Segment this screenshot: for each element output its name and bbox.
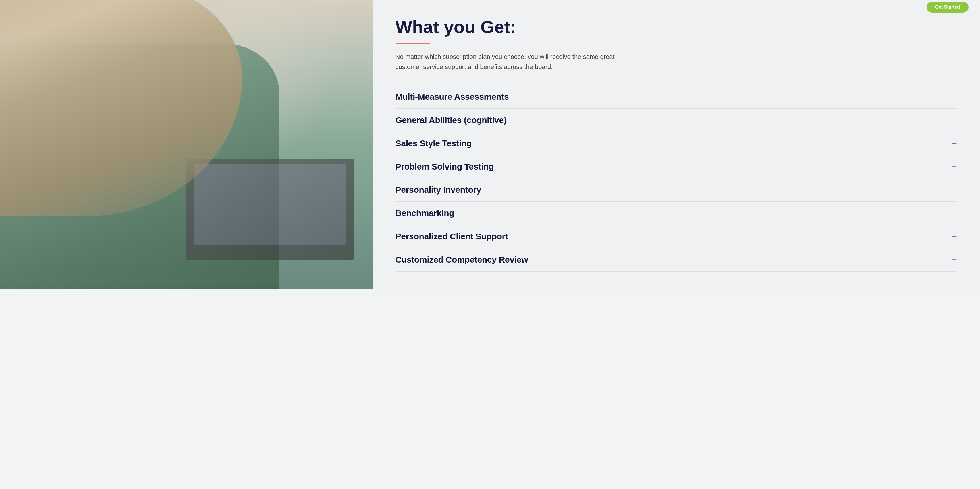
title-underline [396,43,430,44]
top-bar: Get Started [927,0,980,14]
feature-label-benchmarking: Benchmarking [396,208,454,218]
content-section: What you Get: No matter which subscripti… [372,0,980,289]
feature-label-multi-measure: Multi-Measure Assessments [396,92,509,102]
feature-plus-problem-solving: + [943,161,957,172]
feature-label-sales-style: Sales Style Testing [396,139,472,148]
feature-label-personality-inventory: Personality Inventory [396,185,481,195]
hero-image-section [0,0,372,289]
page-wrapper: Get Started What you Get: No matter whic… [0,0,980,289]
feature-plus-general-abilities: + [943,115,957,125]
feature-plus-sales-style: + [943,138,957,148]
feature-label-general-abilities: General Abilities (cognitive) [396,115,507,125]
feature-item-personalized-support[interactable]: Personalized Client Support + [396,225,957,248]
feature-item-personality-inventory[interactable]: Personality Inventory + [396,178,957,202]
feature-label-problem-solving: Problem Solving Testing [396,162,494,172]
feature-item-competency-review[interactable]: Customized Competency Review + [396,248,957,271]
feature-item-problem-solving[interactable]: Problem Solving Testing + [396,155,957,178]
feature-label-personalized-support: Personalized Client Support [396,232,508,241]
feature-plus-personalized-support: + [943,231,957,242]
laptop-image [186,159,353,260]
section-description: No matter which subscription plan you ch… [396,52,640,72]
feature-item-sales-style[interactable]: Sales Style Testing + [396,132,957,155]
feature-item-general-abilities[interactable]: General Abilities (cognitive) + [396,108,957,132]
feature-plus-competency-review: + [943,255,957,265]
nav-cta-button[interactable]: Get Started [927,2,969,13]
section-title: What you Get: [396,17,957,37]
feature-item-multi-measure[interactable]: Multi-Measure Assessments + [396,85,957,108]
feature-plus-personality-inventory: + [943,185,957,195]
feature-label-competency-review: Customized Competency Review [396,255,528,264]
features-list: Multi-Measure Assessments + General Abil… [396,85,957,271]
feature-plus-benchmarking: + [943,208,957,218]
feature-item-benchmarking[interactable]: Benchmarking + [396,202,957,225]
feature-plus-multi-measure: + [943,92,957,102]
